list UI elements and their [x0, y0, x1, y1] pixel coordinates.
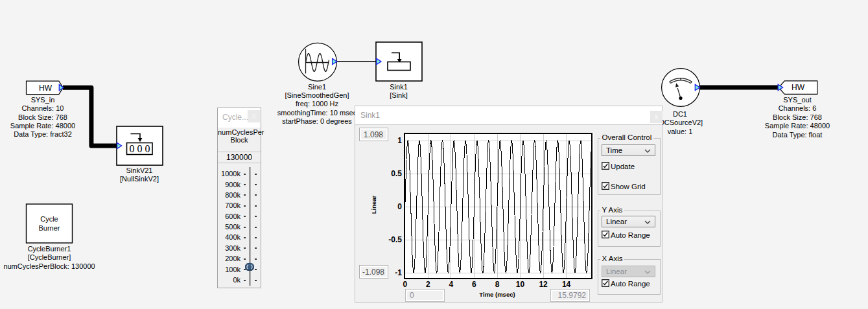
svg-text:0 0 0: 0 0 0 — [130, 143, 150, 154]
svg-text:HW: HW — [39, 84, 53, 93]
svg-text:HW: HW — [792, 83, 805, 92]
